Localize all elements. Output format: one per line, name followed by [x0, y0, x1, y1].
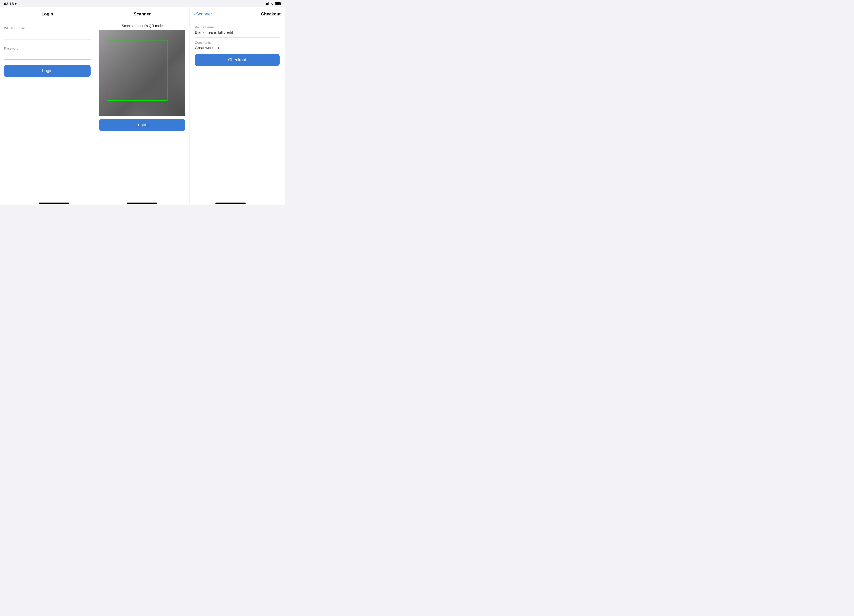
home-bar-left [39, 202, 69, 204]
status-icons: ∿ [265, 2, 281, 6]
home-bar-center [127, 202, 157, 204]
login-button[interactable]: Login [4, 65, 91, 77]
comments-value: Great work!! :) [195, 46, 280, 50]
home-indicators [0, 202, 285, 204]
home-bar-right [215, 202, 246, 204]
points-earned-hint: Blank means full credit [195, 30, 280, 34]
wifi-icon: ∿ [271, 2, 273, 6]
checkout-divider [195, 37, 280, 38]
email-input[interactable] [4, 32, 91, 40]
status-time: 02:18 ▶ [4, 2, 17, 6]
scanner-header: Scanner [95, 7, 189, 21]
login-panel: Login WUSTL Email Password Login [0, 7, 95, 205]
checkout-button[interactable]: Checkout [195, 54, 280, 66]
logout-button[interactable]: Logout [99, 119, 185, 131]
camera-view [99, 30, 185, 116]
time-display: 02:18 [4, 2, 14, 6]
scanner-panel: Scanner Scan a student's QR code Logout [95, 7, 190, 205]
login-title: Login [41, 12, 53, 17]
login-content: WUSTL Email Password Login [0, 21, 95, 205]
checkout-header: ‹ Scanner Checkout [190, 7, 285, 21]
comments-label: Comments [195, 41, 280, 44]
signal-icon [265, 2, 269, 5]
location-icon: ▶ [15, 2, 17, 5]
status-bar: 02:18 ▶ ∿ [0, 0, 285, 7]
password-field-group: Password [4, 47, 91, 60]
checkout-panel: ‹ Scanner Checkout Points Earned Blank m… [190, 7, 285, 205]
scanner-title: Scanner [134, 12, 151, 17]
checkout-content: Points Earned Blank means full credit Co… [190, 21, 285, 205]
chevron-left-icon: ‹ [194, 11, 195, 17]
points-earned-label: Points Earned [195, 25, 280, 29]
panels-container: Login WUSTL Email Password Login Scanner… [0, 7, 285, 205]
battery-icon [275, 2, 281, 5]
back-label: Scanner [196, 12, 212, 17]
qr-frame [107, 40, 168, 100]
password-input[interactable] [4, 52, 91, 60]
scanner-subtitle: Scan a student's QR code [122, 21, 163, 30]
form-separator [4, 40, 91, 47]
checkout-title: Checkout [261, 12, 281, 17]
email-label: WUSTL Email [4, 26, 91, 30]
password-label: Password [4, 47, 91, 50]
back-button[interactable]: ‹ Scanner [194, 11, 212, 17]
login-header: Login [0, 7, 95, 21]
email-field-group: WUSTL Email [4, 26, 91, 40]
